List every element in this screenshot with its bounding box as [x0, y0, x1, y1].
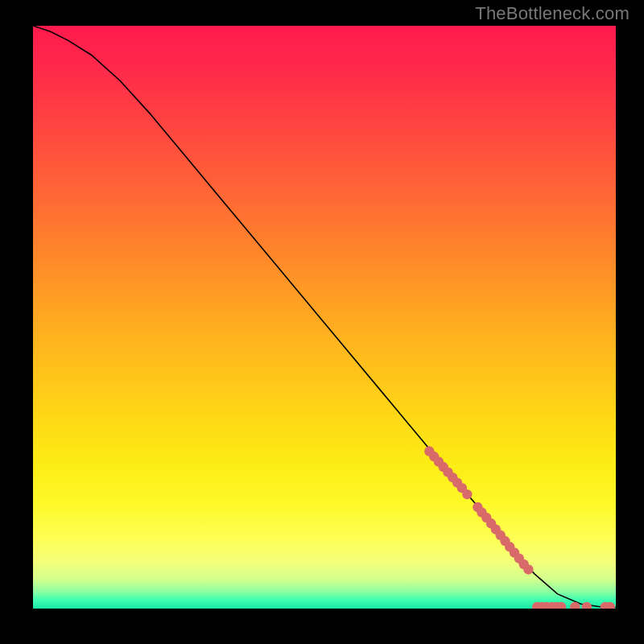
- chart-svg: [33, 26, 616, 609]
- scatter-dot: [582, 602, 592, 609]
- chart-stage: TheBottleneck.com: [0, 0, 644, 644]
- scatter-group: [424, 446, 615, 609]
- curve-line: [33, 26, 616, 608]
- scatter-dot: [462, 489, 472, 499]
- plot-area: [33, 26, 616, 609]
- scatter-dot: [523, 564, 533, 574]
- attribution-label: TheBottleneck.com: [475, 3, 630, 24]
